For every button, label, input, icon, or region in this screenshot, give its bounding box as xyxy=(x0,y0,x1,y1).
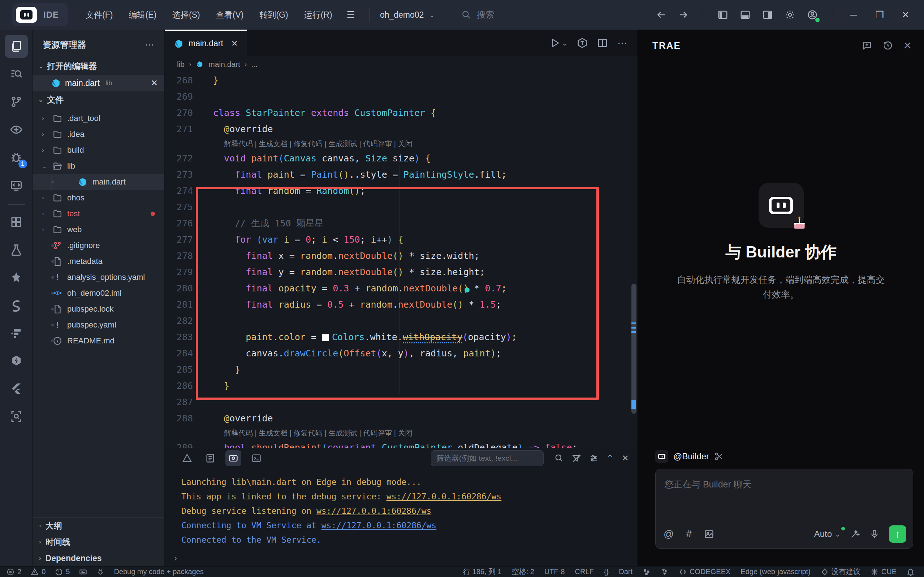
code-line-287[interactable]: 287 xyxy=(165,394,630,410)
line-number[interactable]: 286 xyxy=(165,380,202,391)
account-avatar[interactable] xyxy=(803,5,822,24)
outline-section[interactable]: ›大纲 xyxy=(32,517,164,533)
tree-folder-.dart_tool[interactable]: ›.dart_tool xyxy=(32,111,164,126)
tree-folder-web[interactable]: ›web xyxy=(32,222,164,238)
tree-file-pubspec.yaml[interactable]: !pubspec.yaml xyxy=(32,317,164,333)
code-line-278[interactable]: 278 final x = random.nextDouble() * size… xyxy=(165,248,630,264)
tree-file-pubspec.lock[interactable]: pubspec.lock xyxy=(32,301,164,317)
extension-s-icon[interactable] xyxy=(5,294,28,317)
menu-item-4[interactable]: 转到(G) xyxy=(253,6,294,24)
mode-dropdown[interactable]: Auto ⌄ xyxy=(814,529,840,539)
more-actions-icon[interactable]: ⋯ xyxy=(617,37,628,49)
tree-file-oh_demo02.iml[interactable]: </>oh_demo02.iml xyxy=(32,285,164,301)
close-panel-icon[interactable]: ✕ xyxy=(622,453,629,463)
line-number[interactable]: 274 xyxy=(165,185,202,196)
code-line-288[interactable]: 288 @override xyxy=(165,410,630,426)
files-section[interactable]: ⌄ 文件 xyxy=(32,91,164,108)
maximize-panel-icon[interactable]: ⌃ xyxy=(606,453,614,463)
status-right-Edge-web-javascript-[interactable]: Edge (web-javascript) xyxy=(740,567,810,576)
console-settings-icon[interactable] xyxy=(589,453,598,463)
tree-file-.metadata[interactable]: .metadata xyxy=(32,253,164,269)
output-icon[interactable] xyxy=(202,450,218,466)
codelens-actions[interactable]: 解释代码 | 生成文档 | 修复代码 | 生成测试 | 代码评审 | 关闭 xyxy=(202,428,413,438)
tree-folder-test[interactable]: ›test xyxy=(32,206,164,222)
open-editors-section[interactable]: ⌄ 打开的编辑器 xyxy=(32,58,164,75)
code-line-285[interactable]: 285 } xyxy=(165,361,630,378)
search-scope-icon[interactable] xyxy=(5,405,28,428)
code-line-282[interactable]: 282 xyxy=(165,313,630,329)
breadcrumb[interactable]: lib › main.dart › ... xyxy=(165,56,637,72)
devtools-icon[interactable] xyxy=(5,174,28,197)
extension-star-icon[interactable] xyxy=(5,266,28,289)
codelens-actions[interactable]: 解释代码 | 生成文档 | 修复代码 | 生成测试 | 代码评审 | 关闭 xyxy=(202,139,413,149)
code-line-268[interactable]: 268} xyxy=(165,72,630,89)
status-left-Debug-my-code-packag[interactable]: Debug my code + packages xyxy=(114,567,204,576)
test-flask-icon[interactable] xyxy=(5,238,28,261)
toggle-left-panel-icon[interactable] xyxy=(713,5,732,24)
status-right-Dart[interactable]: Dart xyxy=(619,567,632,576)
settings-gear-icon[interactable] xyxy=(780,5,799,24)
console-filter-input[interactable]: 筛选器(例如 text, !excl... xyxy=(431,450,543,466)
code-line-286[interactable]: 286 } xyxy=(165,378,630,394)
line-number[interactable]: 285 xyxy=(165,364,202,375)
problems-icon[interactable] xyxy=(179,450,195,466)
project-dropdown[interactable]: oh_demo02 ⌄ xyxy=(376,7,438,23)
filter-search-icon[interactable] xyxy=(555,453,564,463)
status-right-行-186-列-1[interactable]: 行 186, 列 1 xyxy=(463,567,502,577)
tree-file-.gitignore[interactable]: .gitignore xyxy=(32,238,164,253)
code-editor[interactable]: lib › main.dart › ... 268}269270class St… xyxy=(165,56,637,448)
preview-eye-icon[interactable] xyxy=(5,118,28,141)
status-right-bell[interactable] xyxy=(907,568,914,576)
code-line-269[interactable]: 269 xyxy=(165,89,630,105)
tab-main-dart[interactable]: main.dart ✕ xyxy=(165,30,247,56)
send-button[interactable]: ↑ xyxy=(889,525,906,543)
source-control-icon[interactable] xyxy=(5,90,28,113)
code-line-273[interactable]: 273 final paint = Paint()..style = Paint… xyxy=(165,166,630,183)
line-number[interactable]: 277 xyxy=(165,234,202,245)
menu-item-2[interactable]: 选择(S) xyxy=(166,6,206,24)
breadcrumb-symbol[interactable]: ... xyxy=(251,60,258,69)
breadcrumb-lib[interactable]: lib xyxy=(177,60,185,69)
code-line-277[interactable]: 277 for (var i = 0; i < 150; i++) { xyxy=(165,232,630,248)
line-number[interactable]: 269 xyxy=(165,91,202,102)
line-number[interactable]: 283 xyxy=(165,332,202,342)
toggle-right-panel-icon[interactable] xyxy=(758,5,777,24)
minimize-button[interactable]: ─ xyxy=(842,5,865,24)
clear-filter-icon[interactable] xyxy=(572,453,581,463)
scrollbar-thumb[interactable] xyxy=(631,284,637,414)
image-icon[interactable] xyxy=(704,529,714,539)
explorer-icon[interactable] xyxy=(5,35,28,58)
history-icon[interactable] xyxy=(882,40,893,51)
chat-input[interactable]: 您正在与 Builder 聊天 @ # Auto ⌄ xyxy=(655,469,913,549)
hamburger-menu-icon[interactable]: ☰ xyxy=(339,6,363,24)
console-prompt[interactable]: › xyxy=(174,553,177,563)
line-number[interactable]: 275 xyxy=(165,202,202,212)
back-button[interactable] xyxy=(651,5,671,24)
search-panel-icon[interactable] xyxy=(5,63,28,85)
open-editor-item[interactable]: main.dart lib ✕ xyxy=(32,75,164,91)
code-line-284[interactable]: 284 canvas.drawCircle(Offset(x, y), radi… xyxy=(165,345,630,361)
codelens-row[interactable]: 解释代码 | 生成文档 | 修复代码 | 生成测试 | 代码评审 | 关闭 xyxy=(165,426,630,440)
code-line-271[interactable]: 271 @override xyxy=(165,121,630,137)
line-number[interactable]: 281 xyxy=(165,299,202,310)
line-number[interactable]: 268 xyxy=(165,75,202,85)
split-editor-icon[interactable] xyxy=(597,37,608,48)
codegeex-action-icon[interactable] xyxy=(577,37,588,48)
status-right-空格-2[interactable]: 空格: 2 xyxy=(512,567,534,577)
new-chat-icon[interactable] xyxy=(861,40,872,51)
forward-button[interactable] xyxy=(674,5,693,24)
line-number[interactable]: 273 xyxy=(165,169,202,180)
status-left-0[interactable]: 0 xyxy=(31,567,45,576)
status-left-keyboard[interactable] xyxy=(79,568,87,576)
line-number[interactable]: 279 xyxy=(165,267,202,277)
menu-item-3[interactable]: 查看(V) xyxy=(210,6,250,24)
status-left-debug[interactable] xyxy=(97,568,105,576)
close-icon[interactable]: ✕ xyxy=(151,78,158,88)
dependencies-section[interactable]: ›Dependencies xyxy=(32,550,164,566)
tree-folder-ohos[interactable]: ›ohos xyxy=(32,190,164,206)
line-number[interactable]: 287 xyxy=(165,397,202,407)
status-right-blocks[interactable] xyxy=(643,568,651,576)
code-line-281[interactable]: 281 final radius = 0.5 + random.nextDoub… xyxy=(165,297,630,313)
global-search-button[interactable]: 搜索 xyxy=(462,9,494,21)
code-line-270[interactable]: 270class StarPainter extends CustomPaint… xyxy=(165,105,630,121)
